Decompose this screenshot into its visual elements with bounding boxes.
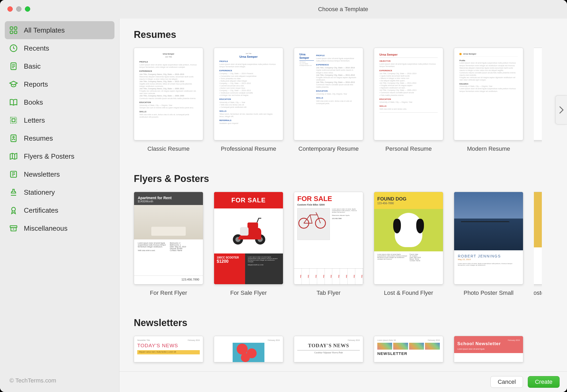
flyer-headline: Apartment for Rent (138, 196, 172, 200)
template-card[interactable]: Lorem Ipsum Dolor SitFebruary 2019 NEWSL… (374, 336, 443, 362)
svg-rect-19 (240, 227, 249, 236)
flyer-price-title: 100CC SCOOTER (217, 256, 239, 259)
create-button[interactable]: Create (528, 376, 560, 388)
id-card-icon (9, 134, 18, 143)
newspaper-icon (9, 170, 18, 179)
svg-point-11 (12, 207, 15, 211)
template-thumb (534, 48, 542, 140)
flyer-subhead: Custom Fixie Bike: $300 (294, 203, 363, 208)
sidebar-item-label: Stationery (24, 188, 55, 197)
window-controls (7, 6, 30, 12)
svg-rect-18 (247, 222, 258, 228)
template-thumb: FOR SALE Custom Fixie Bike: $300 Lorem i… (294, 192, 363, 284)
template-thumb: Apartment for Rent$1400/Month Lorem ipsu… (134, 192, 203, 284)
template-card[interactable]: Newsletter TitleFebruary 2019 TODAY'S NE… (134, 336, 203, 362)
footer: Cancel Create (119, 371, 567, 392)
row-flyers: Apartment for Rent$1400/Month Lorem ipsu… (134, 192, 567, 304)
template-label: Personal Resume (386, 145, 432, 160)
sidebar-item-resumes[interactable]: Resumes (5, 129, 114, 147)
sample-name: Urna Semper (219, 55, 278, 59)
template-card[interactable]: February 2019 TODAY'S NEWS Curabitur Vul… (294, 336, 363, 362)
graduation-cap-icon (9, 80, 18, 89)
template-scroll-area[interactable]: Resumes Urna Semper Job Title Profile Lo… (119, 19, 567, 371)
flyer-band: FOR SALE (214, 192, 283, 208)
template-label: Tab Flyer (317, 289, 340, 304)
sidebar-item-books[interactable]: Books (5, 93, 114, 111)
grid-icon (9, 26, 18, 35)
template-thumb: Job Title Urna Semper Profile Lorem ipsu… (214, 48, 283, 140)
window-title: Choose a Template (119, 6, 567, 13)
template-thumb: Urna Semper Objective Lorem ipsum dolor … (374, 48, 443, 140)
sidebar-item-reports[interactable]: Reports (5, 75, 114, 93)
template-card[interactable]: February 2019 (214, 336, 283, 362)
template-label: Contemporary Resume (298, 145, 358, 160)
svg-rect-6 (11, 117, 17, 123)
flyer-price: $1200 (217, 259, 229, 264)
template-card[interactable]: Photo Poster Large (534, 192, 542, 304)
template-card[interactable]: Job Title Urna Semper Profile Lorem ipsu… (214, 48, 283, 160)
sidebar-item-label: Books (24, 98, 43, 106)
newsletter-headline: NEWSLETTER (377, 351, 440, 356)
sidebar-item-label: Newsletters (24, 170, 60, 179)
template-card[interactable]: Apartment for Rent$1400/Month Lorem ipsu… (134, 192, 203, 304)
sidebar-item-all-templates[interactable]: All Templates (5, 21, 114, 39)
sidebar-item-basic[interactable]: Basic (5, 57, 114, 75)
newsletter-headline: School Newsletter (457, 341, 520, 346)
template-thumb: Urna Semper Job Title Profile Lorem ipsu… (134, 48, 203, 140)
sidebar-item-stationery[interactable]: Stationery (5, 183, 114, 201)
clock-icon (9, 44, 18, 53)
sidebar-item-certificates[interactable]: Certificates (5, 201, 114, 219)
template-label: Photo Poster Small (464, 289, 513, 304)
flyer-band: FOUND DOG (377, 196, 440, 202)
ribbon-icon (9, 206, 18, 215)
template-label: Photo Poster Large (534, 289, 542, 304)
template-thumb: Newsletter TitleFebruary 2019 TODAY'S NE… (134, 336, 203, 362)
section-title-flyers: Flyers & Posters (134, 173, 567, 184)
template-label: Classic Resume (148, 145, 190, 160)
template-card[interactable]: Urna Semper Profile Lorem ipsum dolor si… (454, 48, 523, 160)
scroll-next-button[interactable] (555, 95, 567, 124)
svg-rect-3 (14, 31, 17, 34)
svg-rect-1 (14, 27, 17, 29)
sidebar-item-flyers-posters[interactable]: Flyers & Posters (5, 147, 114, 165)
template-thumb (534, 192, 542, 284)
sidebar-item-letters[interactable]: Letters (5, 111, 114, 129)
minimize-icon (16, 6, 21, 12)
template-card[interactable]: FOUND DOG123-456-7890 Lorem ipsum dolor … (374, 192, 443, 304)
template-thumb: Urna Semper 123 StreetCity, ST 00000emai… (294, 48, 363, 140)
template-card[interactable]: Urna Semper 123 StreetCity, ST 00000emai… (294, 48, 363, 160)
template-label: For Rent Flyer (150, 289, 187, 304)
sidebar: All Templates Recents Basic (0, 19, 119, 392)
template-label: Modern Resume (467, 145, 510, 160)
row-newsletters: Newsletter TitleFebruary 2019 TODAY'S NE… (134, 336, 567, 362)
sample-name: Urna Semper (379, 53, 438, 56)
close-icon[interactable] (7, 6, 13, 12)
template-thumb: FOUND DOG123-456-7890 Lorem ipsum dolor … (374, 192, 443, 284)
template-card[interactable]: FOR SALE Custom Fixie Bike: $300 Lorem i… (294, 192, 363, 304)
sidebar-item-label: Reports (24, 80, 48, 88)
template-card[interactable]: FOR SALE 100CC SCOOTER$1200 Lorem ipsum … (214, 192, 283, 304)
template-thumb: FOR SALE 100CC SCOOTER$1200 Lorem ipsum … (214, 192, 283, 284)
sidebar-item-label: Resumes (24, 134, 53, 142)
template-card[interactable]: ROBERT JENNINGS May 23, 2019 Lorem ipsum… (454, 192, 523, 304)
flyer-phone: 123-456-7890 (377, 202, 440, 205)
svg-rect-2 (10, 31, 13, 34)
sidebar-item-newsletters[interactable]: Newsletters (5, 165, 114, 183)
chevron-right-icon (559, 106, 564, 114)
template-thumb: February 2019 (214, 336, 283, 362)
svg-point-9 (13, 136, 14, 138)
template-card[interactable] (534, 48, 542, 160)
template-card[interactable]: February 2019 School Newsletter Lorem ip… (454, 336, 523, 362)
book-icon (9, 98, 18, 107)
fullscreen-icon[interactable] (25, 6, 30, 12)
sidebar-item-recents[interactable]: Recents (5, 39, 114, 57)
cancel-button[interactable]: Cancel (490, 376, 523, 388)
template-card[interactable]: Urna Semper Objective Lorem ipsum dolor … (374, 48, 443, 160)
template-card[interactable]: Urna Semper Job Title Profile Lorem ipsu… (134, 48, 203, 160)
sidebar-item-label: Flyers & Posters (24, 152, 74, 161)
flyer-footer: 123.456.7890 (134, 275, 203, 284)
template-thumb: February 2019 School Newsletter Lorem ip… (454, 336, 523, 362)
sidebar-item-label: Certificates (24, 206, 58, 215)
sidebar-item-label: Basic (24, 62, 41, 70)
sidebar-item-miscellaneous[interactable]: Miscellaneous (5, 219, 114, 237)
